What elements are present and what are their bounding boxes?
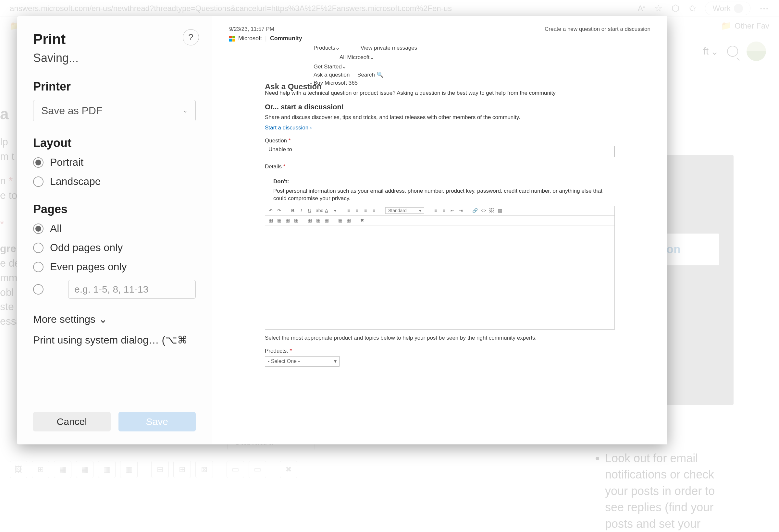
align-right-icon: ≡ [363, 208, 368, 213]
avatar-icon [734, 4, 743, 13]
radio-icon [33, 262, 44, 272]
pv-products-label: Products: * [265, 348, 615, 354]
pv-select-note: Select the most appropriate product and … [265, 335, 615, 341]
clear-icon: ✖ [360, 218, 364, 223]
collections-icon[interactable]: ✩ [688, 3, 696, 14]
folder-icon: 📁 [721, 21, 731, 31]
chevron-down-icon: ⌄ [99, 313, 108, 325]
pv-dont-heading: Don't: [273, 179, 606, 185]
tip-text: Look out for email notifications or chec… [605, 450, 733, 532]
preview-page: 9/23/23, 11:57 PM Create a new question … [212, 16, 667, 445]
pv-community-label: Community [270, 35, 302, 42]
row-icon[interactable]: ▭ [227, 461, 244, 478]
italic-icon: I [299, 208, 303, 213]
print-status: Saving... [33, 51, 196, 65]
radio-icon [33, 223, 44, 234]
grid4-icon: ▦ [294, 218, 298, 223]
grid7-icon: ▦ [324, 218, 329, 223]
merge-icon[interactable]: ⊟ [151, 461, 169, 478]
chevron-down-icon: ⌄ [183, 107, 188, 114]
radio-icon [33, 157, 44, 168]
cancel-button[interactable]: Cancel [33, 412, 111, 431]
table-icon[interactable]: ▦ [54, 461, 71, 478]
page-range-input[interactable]: e.g. 1-5, 8, 11-13 [68, 280, 196, 299]
browser-actions: A» ☆ ⬡ ✩ Work ⋯ [638, 2, 776, 15]
clear-format-icon[interactable]: ✖ [280, 461, 297, 478]
pv-ms-label: Microsoft [238, 35, 262, 42]
pv-nav-getstarted: Get Started⌄ [313, 63, 346, 70]
print-title: Print [33, 31, 196, 47]
col-left-icon[interactable]: ▥ [98, 461, 116, 478]
ms-dropdown-label: ft [703, 46, 709, 57]
align-center-icon: ≡ [355, 208, 359, 213]
radio-icon [33, 243, 44, 253]
even-label: Even pages only [50, 261, 127, 273]
custom-pages-radio[interactable]: e.g. 1-5, 8, 11-13 [33, 280, 196, 299]
pv-question-label: Question * [265, 138, 615, 144]
pv-h2: Or... start a discussion! [265, 103, 615, 111]
favorite-icon[interactable]: ☆ [654, 3, 662, 14]
profile-button[interactable]: Work [705, 2, 751, 15]
pv-start-discussion-link: Start a discussion › [265, 125, 312, 131]
reading-mode-icon[interactable]: A» [638, 4, 646, 13]
save-button[interactable]: Save [118, 412, 196, 431]
col-right-icon[interactable]: ▥ [120, 461, 138, 478]
image-icon[interactable]: 🖼 [10, 461, 27, 478]
bookmark-other-fav[interactable]: 📁 Other Fav [721, 21, 769, 31]
system-dialog-link[interactable]: Print using system dialog… (⌥⌘ [33, 334, 196, 346]
code-icon: <> [481, 208, 485, 213]
print-preview-pane: 9/23/23, 11:57 PM Create a new question … [212, 16, 667, 445]
chevron-down-icon: ⌄ [711, 46, 719, 57]
insert-table-icon[interactable]: ⊞ [32, 461, 49, 478]
printer-select[interactable]: Save as PDF ⌄ [33, 100, 196, 121]
indent-icon: ⇥ [459, 208, 463, 213]
pv-nav-allms: All Microsoft⌄ [340, 54, 374, 61]
grid2-icon: ▦ [277, 218, 282, 223]
chevron-down-icon: ▾ [334, 358, 337, 364]
delete-table-icon[interactable]: ⊠ [195, 461, 213, 478]
pv-details-label: Details * [265, 163, 615, 170]
page-tips: Look out for email notifications or chec… [591, 450, 733, 532]
layout-heading: Layout [33, 136, 196, 150]
grid-icon: ▦ [268, 218, 273, 223]
bold-icon: B [291, 208, 295, 213]
align-left-icon: ≡ [346, 208, 351, 213]
even-pages-radio[interactable]: Even pages only [33, 261, 196, 273]
undo-icon: ↶ [268, 208, 273, 213]
more-settings-toggle[interactable]: More settings ⌄ [33, 313, 196, 325]
pv-editor-toolbar: ↶ ↷ B I U abc A ▾ ≡ ≡ ≡ ≡ [265, 206, 614, 216]
browser-toolbar: answers.microsoft.com/en-us/newthread?th… [0, 0, 779, 17]
pv-editor-body [265, 225, 614, 329]
grid5-icon: ▦ [307, 218, 312, 223]
table2-icon[interactable]: ▦ [76, 461, 94, 478]
pv-p2: Share and discuss discoveries, tips and … [265, 114, 615, 121]
grid6-icon: ▦ [316, 218, 320, 223]
pv-products-select: - Select One - ▾ [265, 356, 340, 367]
page-bottom-toolbar: 🖼 ⊞ ▦ ▦ ▥ ▥ ⊟ ⊞ ⊠ ▭ ▭ ✖ Standard [0, 438, 636, 532]
table-icon: ▦ [497, 208, 502, 213]
strike-icon: abc [316, 208, 320, 213]
pv-timestamp: 9/23/23, 11:57 PM [229, 26, 274, 32]
portrait-radio[interactable]: Portrait [33, 156, 196, 169]
all-pages-radio[interactable]: All [33, 222, 196, 235]
landscape-radio[interactable]: Landscape [33, 176, 196, 188]
grid3-icon: ▦ [285, 218, 290, 223]
pv-editor-toolbar2: ▦ ▦ ▦ ▦ ▦ ▦ ▦ ▦ ▦ ✖ [265, 216, 614, 225]
help-button[interactable]: ? [183, 29, 199, 46]
pages-heading: Pages [33, 202, 196, 216]
odd-pages-radio[interactable]: Odd pages only [33, 242, 196, 254]
user-avatar[interactable] [746, 42, 766, 61]
ul-icon: ≡ [442, 208, 446, 213]
pv-style-select: Standard▾ [385, 207, 424, 214]
search-icon[interactable] [727, 46, 738, 57]
row2-icon[interactable]: ▭ [249, 461, 266, 478]
url-bar[interactable]: answers.microsoft.com/en-us/newthread?th… [3, 4, 638, 13]
ms-dropdown[interactable]: ft ⌄ [703, 46, 719, 57]
pv-editor: ↶ ↷ B I U abc A ▾ ≡ ≡ ≡ ≡ [265, 206, 615, 330]
font-color-picker-icon: ▾ [333, 208, 337, 213]
more-icon[interactable]: ⋯ [760, 3, 769, 14]
split-icon[interactable]: ⊞ [173, 461, 191, 478]
extensions-icon[interactable]: ⬡ [671, 3, 679, 14]
other-fav-label: Other Fav [734, 21, 769, 30]
odd-label: Odd pages only [50, 242, 123, 254]
